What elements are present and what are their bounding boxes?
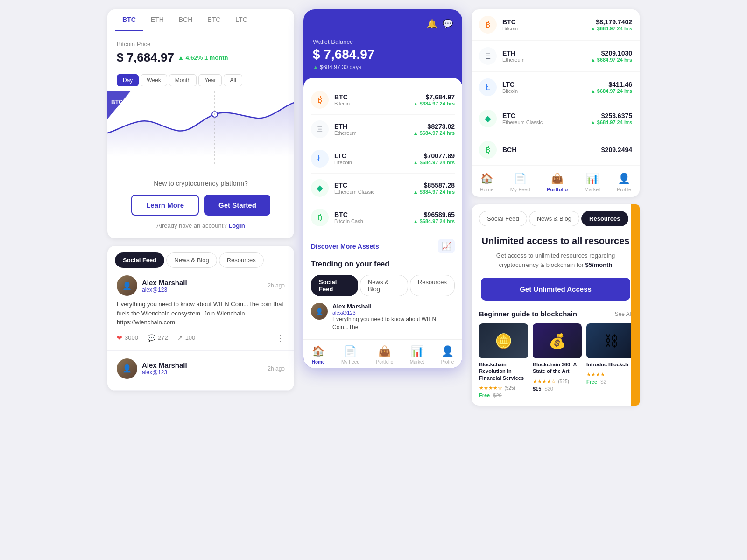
tab-resources[interactable]: Resources [219,252,264,268]
login-link[interactable]: Login [228,222,245,229]
tab-etc[interactable]: ETC [200,9,228,31]
user-handle: alex@123 [142,287,187,293]
book-2-old-price: $20 [544,386,553,392]
market-ltc[interactable]: Ł LTC Bitcoin $411.46 ▲ $684.97 24 hrs [472,72,640,103]
home-icon: 🏠 [312,345,324,357]
get-started-button[interactable]: Get Started [204,195,270,216]
filter-day[interactable]: Day [117,74,139,86]
price-label: Bitcoin Price [117,41,285,48]
filter-all[interactable]: All [224,74,242,86]
price-section: Bitcoin Price $ 7,684.97 ▲ 4.62% 1 month [107,31,294,70]
discover-link[interactable]: Discover More Assets 📈 [311,232,455,260]
user-name-2: Alex Marshall [142,361,187,369]
mini-tab-social[interactable]: Social Feed [311,275,358,296]
filter-year[interactable]: Year [198,74,222,86]
resources-wrapper: Social Feed News & Blog Resources Unlimi… [472,204,640,406]
nav-my-feed[interactable]: 📄 My Feed [341,345,359,364]
tab-news-blog[interactable]: News & Blog [166,252,217,268]
market-card: ₿ BTC Bitcoin $8,179.7402 ▲ $684.97 24 h… [472,9,640,197]
mini-avatar: 👤 [311,303,328,320]
book-2-title: Blockchain 360: A State of the Art [533,361,582,375]
res-tab-resources[interactable]: Resources [581,211,628,226]
social-feed-card: Social Feed News & Blog Resources 👤 Alex… [107,246,294,391]
market-btc[interactable]: ₿ BTC Bitcoin $8,179.7402 ▲ $684.97 24 h… [472,9,640,41]
tab-bch[interactable]: BCH [171,9,200,31]
bnav-home[interactable]: 🏠 Home [480,173,493,192]
nav-profile-label: Profile [441,359,454,364]
asset-btc[interactable]: ₿ BTC Bitcoin $7,684.97 ▲ $684.97 24 hrs [311,85,455,115]
market-card-nav: 🏠 Home 📄 My Feed 👜 Portfolio 📊 Market 👤 … [472,166,640,197]
bnav-feed-icon: 📄 [514,173,527,185]
like-button[interactable]: ❤ 3000 [117,334,138,342]
phone-nav: 🏠 Home 📄 My Feed 👜 Portfolio 📊 Market 👤 … [303,339,462,368]
market-bch[interactable]: ₿ BCH $209.2494 [472,134,640,166]
chart-area: BTC [107,91,294,166]
comment-button[interactable]: 💬 272 [148,334,168,342]
center-panel: 🔔 💬 Wallet Balance $ 7,684.97 ▲ $684.97 … [303,9,462,368]
book-1[interactable]: 🪙 Blockchain Revolution in Financial Ser… [479,323,528,398]
filter-month[interactable]: Month [169,74,197,86]
bnav-portfolio-icon: 👜 [551,173,564,185]
book-3[interactable]: ⛓ Introduc Blockch ★★★★ Free $2 [586,323,632,398]
more-button[interactable]: ⋮ [276,333,285,343]
feed-icon: 📄 [344,345,357,357]
nav-profile[interactable]: 👤 Profile [441,345,454,364]
market-ltc-icon: Ł [479,78,497,96]
wallet-amount: $ 7,684.97 [313,47,453,62]
message-icon[interactable]: 💬 [443,19,453,29]
tab-eth[interactable]: ETH [143,9,171,31]
book-2[interactable]: 💰 Blockchain 360: A State of the Art ★★★… [533,323,582,398]
nav-market-label: Market [410,359,424,364]
book-3-price: Free [586,379,597,385]
asset-ltc[interactable]: Ł LTC Litecoin $70077.89 ▲ $684.97 24 hr… [311,144,455,174]
bnav-profile[interactable]: 👤 Profile [617,173,631,192]
tab-ltc[interactable]: LTC [228,9,254,31]
nav-market[interactable]: 📊 Market [410,345,424,364]
unlimited-desc: Get access to unlimited resources regard… [481,251,630,269]
unlimited-price: $5/month [585,261,613,268]
asset-etc[interactable]: ◆ ETC Ethereum Classic $85587.28 ▲ $684.… [311,174,455,203]
asset-bch[interactable]: ₿ BTC Bitcoin Cash $96589.65 ▲ $684.97 2… [311,203,455,232]
market-eth[interactable]: Ξ ETH Ethereum $209.1030 ▲ $684.97 24 hr… [472,41,640,72]
share-button[interactable]: ↗ 100 [177,334,196,342]
orange-accent-strip [631,204,640,406]
wallet-label: Wallet Balance [313,38,453,45]
book-1-stars: ★★★★☆ [479,385,502,391]
nav-home[interactable]: 🏠 Home [312,345,325,364]
notification-icon[interactable]: 🔔 [427,19,437,29]
assets-list: ₿ BTC Bitcoin $7,684.97 ▲ $684.97 24 hrs… [311,85,455,232]
market-etc[interactable]: ◆ ETC Ethereum Classic $253.6375 ▲ $684.… [472,103,640,134]
mini-post-handle: alex@123 [332,310,455,315]
nav-portfolio[interactable]: 👜 Portfolio [376,345,394,364]
avatar-2: 👤 [117,358,137,379]
time-filters: Day Week Month Year All [107,70,294,91]
see-all-link[interactable]: See All [615,311,632,317]
asset-full-name: Bitcoin [334,101,413,106]
get-unlimited-access-button[interactable]: Get Unlimited Access [481,278,630,301]
bnav-market[interactable]: 📊 Market [585,173,600,192]
learn-more-button[interactable]: Learn More [131,195,199,216]
mini-tab-news[interactable]: News & Blog [360,275,408,296]
post-item-2: 👤 Alex Marshall alex@123 2h ago [107,351,294,391]
bnav-portfolio[interactable]: 👜 Portfolio [547,173,568,192]
eth-icon: Ξ [311,120,329,138]
tab-btc[interactable]: BTC [115,9,143,31]
left-panel: BTC ETH BCH ETC LTC Bitcoin Price $ 7,68… [107,9,294,391]
tab-social-feed[interactable]: Social Feed [115,252,164,268]
phone-body: ₿ BTC Bitcoin $7,684.97 ▲ $684.97 24 hrs… [303,78,462,339]
book-1-price: Free [479,392,490,398]
nav-feed-label: My Feed [341,359,359,364]
user-name: Alex Marshall [142,279,187,287]
asset-eth[interactable]: Ξ ETH Ethereum $8273.02 ▲ $684.97 24 hrs [311,115,455,144]
unlimited-title: Unlimited access to all resources [481,236,630,246]
market-bch-icon: ₿ [479,141,497,159]
filter-week[interactable]: Week [141,74,167,86]
res-tab-news[interactable]: News & Blog [529,211,579,226]
mini-post-text: Everything you need to know about WIEN C… [332,315,455,331]
mini-tab-resources[interactable]: Resources [410,275,455,296]
book-2-stars: ★★★★☆ [533,378,556,384]
market-icon: 📊 [411,345,423,357]
portfolio-icon: 👜 [378,345,391,357]
bnav-feed[interactable]: 📄 My Feed [510,173,530,192]
res-tab-social[interactable]: Social Feed [479,211,527,226]
